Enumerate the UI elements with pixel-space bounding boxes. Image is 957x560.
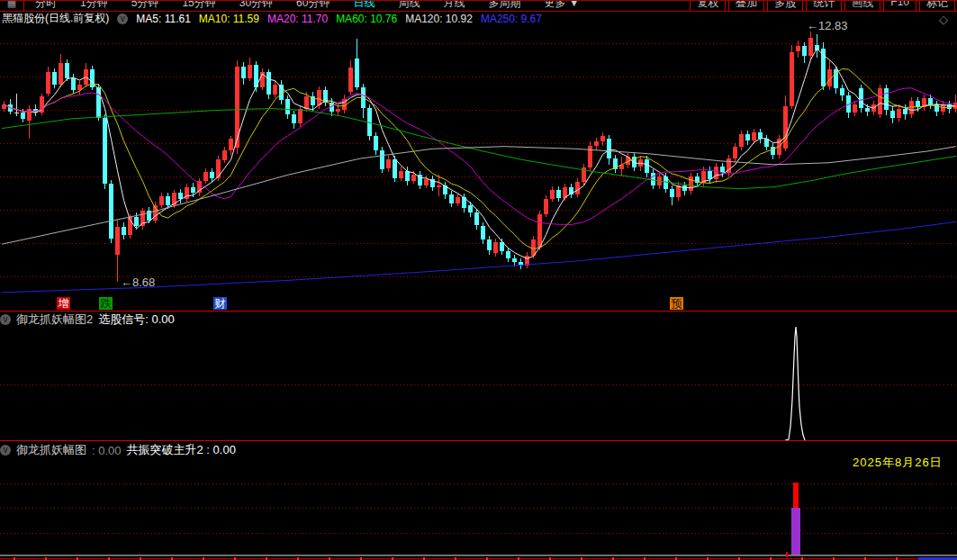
diamond-marker-icon: ◇ [939,13,948,26]
time-axis-line[interactable] [0,558,957,559]
signal-value: 选股信号: 0.00 [98,312,175,328]
axis-signal-tick [786,552,788,557]
indicator-name[interactable]: 御龙抓妖幅图2 [16,312,93,328]
event-tag-0[interactable]: 增 [57,297,70,310]
top-menu-bar: ▦ 分时1分钟5分钟15分钟30分钟60分钟日线周线月线多周期更多 ▼ 复权叠加… [0,0,957,12]
resonance-bar-segment [793,483,799,508]
toolbar-button-6[interactable]: 标记 [919,0,955,12]
ma60-value: MA60: 10.76 [336,13,397,25]
ma-line-MA20 [5,88,956,225]
period-tab-2[interactable]: 5分钟 [131,0,159,11]
low-price-label: ←8.68 [121,275,155,289]
period-tab-3[interactable]: 15分钟 [182,0,215,11]
period-tab-4[interactable]: 30分钟 [239,0,273,11]
high-price-label: ←12.83 [807,19,848,32]
event-tag-3[interactable]: 预 [670,297,683,310]
signal-line-chart [0,327,957,440]
panel-divider [0,440,957,441]
toolbar-button-3[interactable]: 统计 [806,0,842,12]
indicator-name[interactable]: 御龙抓妖幅图 [16,442,86,458]
toolbar-buttons: 复权叠加多股统计画线F10标记 [690,0,955,12]
period-tab-10[interactable]: 更多 ▼ [544,0,579,11]
ma-line-MA120 [2,147,956,245]
period-tab-1[interactable]: 1分钟 [80,0,108,11]
ma120-value: MA120: 10.92 [405,13,473,25]
ma20-value: MA20: 11.70 [267,13,328,25]
ma-line-MA5 [5,49,956,259]
event-tag-1[interactable]: 跌 [99,297,113,310]
period-tab-8[interactable]: 月线 [443,0,465,11]
toolbar-button-1[interactable]: 叠加 [728,0,764,12]
toolbar-button-4[interactable]: 画线 [844,0,880,12]
period-tab-0[interactable]: 分时 [35,0,57,11]
tdx-app-window: ▦ 分时1分钟5分钟15分钟30分钟60分钟日线周线月线多周期更多 ▼ 复权叠加… [0,0,957,560]
signal-panel-header: v 御龙抓妖幅图2 选股信号: 0.00 [0,312,175,327]
main-candlestick-chart [0,32,957,293]
ma-line-MA60 [2,109,956,189]
stock-title: 黑猫股份(日线.前复权) [2,11,109,26]
ma5-value: MA5: 11.61 [136,13,190,25]
collapse-chevron-icon[interactable]: v [0,314,11,325]
toolbar-button-2[interactable]: 多股 [767,0,803,12]
collapse-chevron-icon[interactable]: v [0,445,11,456]
period-tab-5[interactable]: 60分钟 [296,0,330,11]
ma-line-MA10 [5,68,956,248]
period-menu: 分时1分钟5分钟15分钟30分钟60分钟日线周线月线多周期更多 ▼ [35,0,580,11]
toolbar-button-5[interactable]: F10 [883,0,916,12]
resonance-bar-segment [791,508,800,555]
period-tab-7[interactable]: 周线 [398,0,420,11]
toolbar-button-0[interactable]: 复权 [690,0,726,12]
ma250-value: MA250: 9.67 [481,13,542,25]
period-tab-9[interactable]: 多周期 [488,0,520,11]
indicator-value: : 0.00 [92,444,122,457]
signal-spike [785,327,805,440]
cursor-date-label: 2025年8月26日 [853,455,943,471]
resonance-signal-value: 共振突破主升2 : 0.00 [127,442,236,458]
ma10-value: MA10: 11.59 [199,13,259,25]
resonance-panel-header: v 御龙抓妖幅图 : 0.00 共振突破主升2 : 0.00 [0,443,236,457]
event-tag-2[interactable]: 财 [213,297,227,310]
chevron-down-icon[interactable]: v [117,14,128,24]
axis-baseline [0,555,957,556]
resonance-bar-chart [0,483,957,560]
period-tab-6[interactable]: 日线 [353,0,375,11]
